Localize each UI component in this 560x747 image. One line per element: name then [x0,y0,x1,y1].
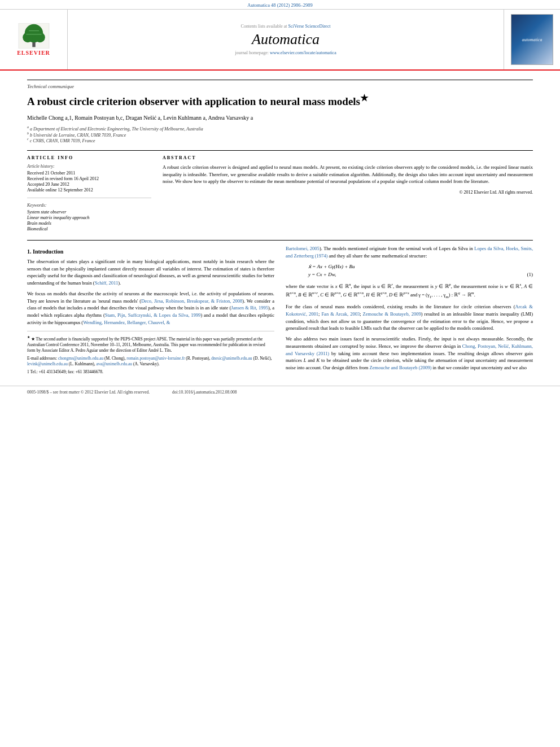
affiliation-b: b b Université de Lorraine, CRAN, UMR 70… [27,132,533,138]
accepted-date: Accepted 20 June 2012 [27,182,151,187]
email-kuhlmann[interactable]: levink@unimelb.edu.au [27,361,68,366]
copyright-line: © 2012 Elsevier Ltd. All rights reserved… [163,190,533,195]
ref-zemouche2[interactable]: Zemouche and Boutayeb (2009) [370,365,432,370]
ref-fan[interactable]: Fan & Arcak, 2003 [321,311,360,317]
equation-1b: y = Cx + Dw, [286,272,516,277]
footnote-area: ★ ★ The second author is financially sup… [27,331,274,375]
main-content: Technical communique A robust circle cri… [0,71,560,386]
abstract-column: ABSTRACT A robust circle criterion obser… [163,155,533,232]
footnote-star: ★ ★ The second author is financially sup… [27,335,274,354]
received-date: Received 21 October 2011 [27,171,151,176]
body-left-column: 1. Introduction The observation of state… [27,245,274,377]
elsevier-logo-area: ELSEVIER [0,10,68,69]
journal-citation: Automatica 48 (2012) 2986–2989 [247,2,312,8]
svg-point-3 [23,32,33,42]
keyword-2: Linear matrix inequality approach [27,215,151,220]
keyword-4: Biomedical [27,226,151,231]
ref-bartolomei[interactable]: Bartolomei, 2005 [286,246,320,251]
journal-title-area: Contents lists available at SciVerse Sci… [68,10,504,69]
issn-text: 0005-1098/$ – see front matter © 2012 El… [27,390,150,395]
body-para-2: We focus on models that describe the act… [27,290,274,326]
ref-chong2011[interactable]: Chong, Postoyan, Nešić, Kuhlmann, and Va… [286,343,533,356]
email-postoyan[interactable]: romain.postoyan@univ-lorraine.fr [126,356,185,361]
article-type: Technical communique [27,80,533,89]
equation-number-1: (1) [516,272,533,277]
body-right-column: Bartolomei, 2005). The models mentioned … [286,245,533,377]
ref-deco[interactable]: Deco, Jirsa, Robinson, Breakspear, & Fri… [141,298,242,304]
equation-block-1b: y = Cx + Dw, (1) [286,272,533,277]
body-right-para-3: For the class of neural mass models cons… [286,303,533,332]
article-info-column: ARTICLE INFO Article history: Received 2… [27,155,151,232]
ref-zemouche[interactable]: Zemouche & Boutayeb, 2009 [363,311,421,317]
body-section: 1. Introduction The observation of state… [27,245,533,377]
body-right-para-2: where the state vector is x ∈ ℝn, the in… [286,282,533,300]
footnote-1: 1 Tel.: +61 431345649; fax: +61 38344667… [27,369,274,375]
article-history-block: Article history: Received 21 October 201… [27,164,151,198]
equation-block-1: ẋ = Ax + Gγ(Hx) + Bu [286,264,533,269]
homepage-link[interactable]: www.elsevier.com/locate/automatica [270,50,336,55]
email-nesic[interactable]: dnesic@unimelb.edu.au [211,356,252,361]
elsevier-logo: ELSEVIER [17,23,51,56]
journal-cover-image: automatica [511,14,553,65]
footnote-emails: E-mail addresses: chongms@unimelb.edu.au… [27,356,274,368]
info-abstract-section: ARTICLE INFO Article history: Received 2… [27,150,533,232]
keywords-label: Keywords: [27,203,151,208]
journal-header: ELSEVIER Contents lists available at Sci… [0,10,560,71]
journal-bar: Automatica 48 (2012) 2986–2989 [0,0,560,10]
elsevier-tree-icon [17,23,51,49]
abstract-text: A robust circle criterion observer is de… [163,164,533,185]
authors-line: Michelle Chong a,1, Romain Postoyan b,c,… [27,115,533,121]
keyword-1: System state observer [27,209,151,215]
journal-title: Automatica [252,31,320,48]
body-right-para-1: Bartolomei, 2005). The models mentioned … [286,245,533,260]
available-online-date: Available online 12 September 2012 [27,187,151,193]
sciverse-prefix: Contents lists available at [241,24,288,29]
article-title-text: A robust circle criterion observer with … [27,95,360,107]
email-chong[interactable]: chongms@unimelb.edu.au [58,356,103,361]
affiliation-a: a a Department of Electrical and Electro… [27,125,533,132]
elsevier-text-label: ELSEVIER [17,50,50,56]
svg-point-4 [34,32,45,42]
body-para-1: The observation of states plays a signif… [27,258,274,287]
authors-text: Michelle Chong a,1, Romain Postoyan b,c,… [27,115,253,121]
ref-jansen[interactable]: Jansen & Rit, 1995 [231,305,268,311]
history-label: Article history: [27,164,151,169]
journal-cover-area: automatica [504,10,560,69]
sciverse-link[interactable]: Contents lists available at SciVerse Sci… [241,24,331,29]
ref-schiff[interactable]: Schiff, 2011 [95,280,119,286]
article-info-label: ARTICLE INFO [27,155,151,160]
equation-1a: ẋ = Ax + Gγ(Hx) + Bu [286,264,533,269]
sciverse-anchor[interactable]: SciVerse ScienceDirect [288,24,331,29]
body-divider [27,240,533,241]
cover-label: automatica [522,37,542,42]
ref-lopes-da-silva[interactable]: Lopes da Silva, Hoeks, Smits, and Zetter… [286,246,533,259]
bottom-bar: 0005-1098/$ – see front matter © 2012 El… [0,386,560,398]
homepage-prefix: journal homepage: [235,50,270,55]
ref-stam[interactable]: Stam, Pijn, Suffczynski, & Lopes da Silv… [105,312,201,318]
keywords-block: Keywords: System state observer Linear m… [27,203,151,231]
abstract-label: ABSTRACT [163,155,533,160]
affiliation-c: c c CNRS, CRAN, UMR 7039, France [27,137,533,143]
doi-text: doi:10.1016/j.automatica.2012.08.008 [172,390,237,395]
received-revised-date: Received in revised form 16 April 2012 [27,176,151,181]
affiliations: a a Department of Electrical and Electro… [27,125,533,143]
title-star: ★ [360,93,368,103]
body-right-para-4: We also address two main issues faced in… [286,335,533,372]
ref-wendling[interactable]: Wendling, Hernandez, Bellanger, Chauvel,… [83,320,170,325]
section1-heading: 1. Introduction [27,248,274,255]
keyword-3: Brain models [27,221,151,226]
article-title: A robust circle criterion observer with … [27,93,533,109]
journal-homepage: journal homepage: www.elsevier.com/locat… [235,50,336,55]
email-varsavsky[interactable]: ava@unimelb.edu.au [97,361,133,366]
